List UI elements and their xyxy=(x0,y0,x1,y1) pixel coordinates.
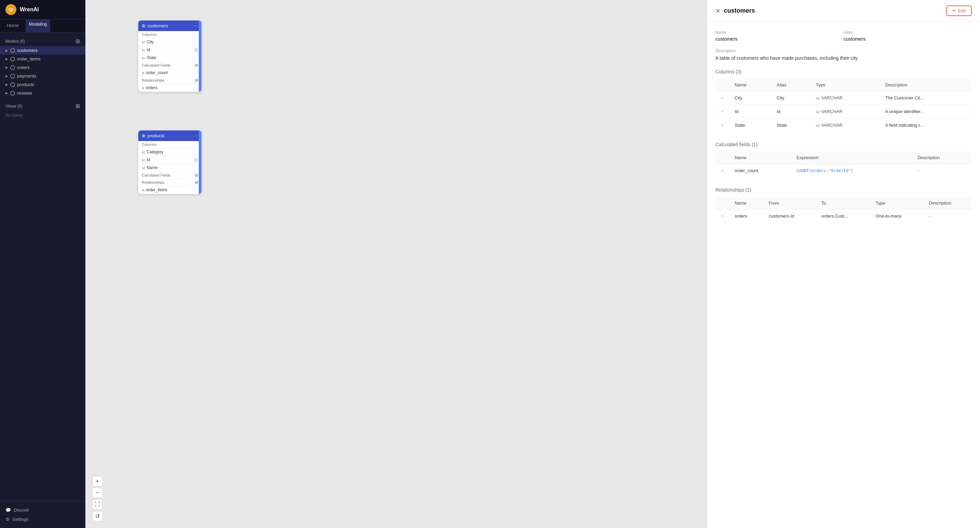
calc-fields-label: Calculated Fields ⊞ xyxy=(138,62,202,69)
calc-name-header: Name xyxy=(729,152,791,164)
model-card-products[interactable]: ⊕ products ⋯ Columns az Category az Id ⚿ xyxy=(138,130,202,194)
chevron-icon: ▶ xyxy=(5,48,8,52)
model-header-title: products xyxy=(148,133,165,138)
sidebar: W WrenAI Home Modeling Models (6) ⊞ ▶ cu… xyxy=(0,0,85,528)
field-order-items-rel: ⊕ order_items ⋯ xyxy=(138,186,202,194)
discord-link[interactable]: 💬 Discord xyxy=(5,506,80,515)
sidebar-item-order-items[interactable]: ▶ order_items xyxy=(0,55,85,63)
nav-tabs: Home Modeling xyxy=(0,19,85,32)
add-city-button[interactable]: + xyxy=(716,91,729,105)
col-name-header: Name xyxy=(729,79,772,91)
city-desc: The Customer Cit... xyxy=(880,91,972,105)
nav-modeling[interactable]: Modeling xyxy=(25,19,51,32)
card-indicator xyxy=(199,130,202,194)
add-calc-field-button[interactable]: ⊞ xyxy=(195,63,198,68)
rel-desc-header: Description xyxy=(923,197,972,209)
views-section-header: Views (0) ⊞ xyxy=(0,102,85,111)
field-order-count: ⊕ order_count ⋯ xyxy=(138,69,202,77)
columns-label: Columns xyxy=(138,31,202,38)
columns-label: Columns xyxy=(138,141,202,148)
table-row: + Id Id az VARCHAR A unique identifier..… xyxy=(716,105,972,119)
state-name: State xyxy=(729,119,772,132)
sidebar-footer: 💬 Discord ⚙ Settings xyxy=(0,501,85,528)
panel-body: Name customers Alias customers Descripti… xyxy=(707,22,980,241)
model-menu-button[interactable]: ⋯ xyxy=(194,23,198,29)
field-menu[interactable]: ⋯ xyxy=(195,188,198,192)
edit-button[interactable]: ✏ Edit xyxy=(946,5,972,16)
sidebar-item-customers[interactable]: ▶ customers xyxy=(0,46,85,55)
rel-name-header: Name xyxy=(729,197,764,209)
zoom-out-button[interactable]: − xyxy=(92,488,102,498)
model-icon xyxy=(10,74,15,78)
model-icon xyxy=(10,82,15,87)
zoom-in-button[interactable]: + xyxy=(92,476,102,486)
settings-link[interactable]: ⚙ Settings xyxy=(5,515,80,524)
description-section: Description A table of customers who hav… xyxy=(715,48,972,61)
field-category: az Category xyxy=(138,148,202,156)
table-row: + City City az VARCHAR The Customer Cit.… xyxy=(716,91,972,105)
add-state-button[interactable]: + xyxy=(716,119,729,132)
name-meta: Name customers xyxy=(715,30,844,42)
add-relationship-button[interactable]: ⊞ xyxy=(195,180,198,185)
id-alias: Id xyxy=(771,105,810,119)
rel-orders-desc: - xyxy=(923,209,972,223)
field-orders-rel: ⊕ orders ⋯ xyxy=(138,84,202,92)
add-calc-field-button[interactable]: ⊞ xyxy=(195,173,198,178)
sidebar-content: Models (6) ⊞ ▶ customers ▶ order_items ▶… xyxy=(0,32,85,501)
chevron-icon: ▶ xyxy=(5,74,8,78)
discord-icon: 💬 xyxy=(5,507,11,513)
add-orders-rel-button[interactable]: + xyxy=(716,209,729,223)
add-relationship-button[interactable]: ⊞ xyxy=(195,78,198,83)
rel-orders-type: One-to-many xyxy=(870,209,923,223)
fit-screen-button[interactable]: ⛶ xyxy=(92,499,102,510)
sidebar-item-payments[interactable]: ▶ payments xyxy=(0,72,85,80)
sidebar-item-reviews[interactable]: ▶ reviews xyxy=(0,89,85,97)
calc-section-title: Calculated fields (1) xyxy=(715,142,972,147)
field-menu[interactable]: ⋯ xyxy=(195,71,198,75)
col-desc-header: Description xyxy=(880,79,972,91)
alias-meta: Alias customers xyxy=(844,30,972,42)
rel-table: Name From To Type Description + orders c… xyxy=(715,197,972,223)
rel-orders-to: orders.Cust... xyxy=(816,209,870,223)
rel-from-header: From xyxy=(763,197,816,209)
field-name-products: az Name xyxy=(138,164,202,172)
calc-desc-header: Description xyxy=(912,152,972,164)
field-city: az City xyxy=(138,38,202,46)
model-menu-button[interactable]: ⋯ xyxy=(194,133,198,138)
panel-close-button[interactable]: ✕ xyxy=(715,7,721,15)
rel-type-header: Type xyxy=(870,197,923,209)
reset-button[interactable]: ↺ xyxy=(92,511,102,521)
panel-title: customers xyxy=(724,7,755,14)
panel-header: ✕ customers ✏ Edit xyxy=(707,0,980,22)
order-count-name: order_count xyxy=(729,164,791,178)
add-model-button[interactable]: ⊞ xyxy=(75,38,80,44)
add-order-count-button[interactable]: + xyxy=(716,164,729,178)
add-id-button[interactable]: + xyxy=(716,105,729,119)
right-panel: ✕ customers ✏ Edit Name customers Alias … xyxy=(707,0,980,528)
card-indicator xyxy=(199,21,202,92)
model-card-body: Columns az Category az Id ⚿ az Name xyxy=(138,141,202,194)
nav-home[interactable]: Home xyxy=(5,19,20,32)
col-add-header xyxy=(716,79,729,91)
city-name: City xyxy=(729,91,772,105)
relationships-label: Relationships ⊞ xyxy=(138,77,202,84)
canvas-area[interactable]: ⊕ customers ⋯ Columns az City az Id ⚿ xyxy=(85,0,707,528)
col-type-header: Type xyxy=(810,79,880,91)
city-alias: City xyxy=(771,91,810,105)
add-view-button[interactable]: ⊞ xyxy=(75,103,80,109)
columns-section-title: Columns (3) xyxy=(715,69,972,75)
order-count-expr: COUNT(orders."OrderId") xyxy=(791,164,912,178)
calc-expr-header: Expression xyxy=(791,152,912,164)
canvas-controls: + − ⛶ ↺ xyxy=(92,476,102,521)
field-menu[interactable]: ⋯ xyxy=(195,86,198,90)
rel-orders-from: customers.Id xyxy=(763,209,816,223)
key-icon: ⚿ xyxy=(195,48,198,52)
model-header-title: customers xyxy=(148,23,168,29)
logo-icon: W xyxy=(5,4,16,15)
model-icon xyxy=(10,91,15,95)
sidebar-item-orders[interactable]: ▶ orders xyxy=(0,63,85,72)
rel-to-header: To xyxy=(816,197,870,209)
model-card-customers[interactable]: ⊕ customers ⋯ Columns az City az Id ⚿ xyxy=(138,21,202,92)
sidebar-item-products[interactable]: ▶ products xyxy=(0,80,85,89)
calc-fields-label: Calculated Fields ⊞ xyxy=(138,172,202,179)
